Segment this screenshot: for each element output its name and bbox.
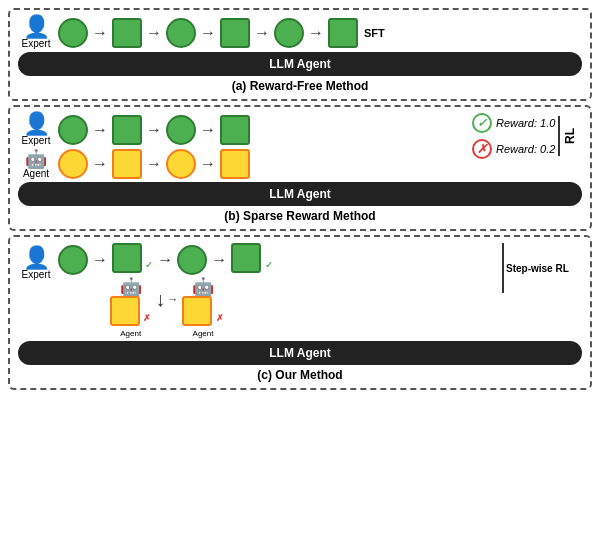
shape-row-b-expert: → → →	[58, 115, 250, 145]
act2-b-exp	[220, 115, 250, 145]
agent-robot-b: 🤖	[25, 150, 47, 168]
x-icon-b: ✗	[472, 139, 492, 159]
expert-person-a: 👤	[23, 16, 50, 38]
x1-c: ✗	[143, 313, 151, 323]
agent-robot-c1: 🤖	[120, 278, 142, 296]
arrow3-b-exp: →	[200, 121, 216, 139]
act1-c-agent	[110, 296, 140, 326]
obs2-a	[166, 18, 196, 48]
expert-label-b: Expert	[22, 135, 51, 146]
llm-bar-a: LLM Agent	[18, 52, 582, 76]
check1-c: ✓	[145, 260, 153, 270]
act1-b-agent	[112, 149, 142, 179]
act1-a	[112, 18, 142, 48]
section-b-title: (b) Sparse Reward Method	[18, 209, 582, 223]
obs2-b-agent	[166, 149, 196, 179]
check-icon-b: ✓	[472, 113, 492, 133]
shape-row-a: → → → → →	[58, 18, 358, 48]
act2-a	[220, 18, 250, 48]
act1-c-exp	[112, 243, 142, 273]
arrow2-a: →	[146, 24, 162, 42]
section-c: 👤 Expert → ✓ → →	[8, 235, 592, 390]
arrow2-b-agent: →	[146, 155, 162, 173]
sft-label: SFT	[364, 27, 385, 39]
bracket-line-c	[502, 243, 504, 293]
obs1-b-exp	[58, 115, 88, 145]
expert-label-a: Expert	[22, 38, 51, 49]
bracket-line-b	[558, 116, 560, 156]
reward-expert-badge: ✓ Reward: 1.0	[472, 113, 555, 133]
agent-label-c2: Agent	[193, 329, 214, 338]
llm-bar-c: LLM Agent	[18, 341, 582, 365]
expert-label-c: Expert	[22, 269, 51, 280]
section-a-title: (a) Reward-Free Method	[18, 79, 582, 93]
arrow1-b-exp: →	[92, 121, 108, 139]
expert-row-c: → ✓ → → ✓	[58, 243, 498, 276]
obs2-b-exp	[166, 115, 196, 145]
agent-robot-c2: 🤖	[192, 278, 214, 296]
check2-c: ✓	[265, 260, 273, 270]
act1-b-exp	[112, 115, 142, 145]
obs1-a	[58, 18, 88, 48]
reward-expert-text: Reward: 1.0	[496, 117, 555, 129]
stepwise-label-c: Step-wise RL	[506, 263, 569, 274]
arrow1-b-agent: →	[92, 155, 108, 173]
reward-agent-badge: ✗ Reward: 0.2	[472, 139, 555, 159]
arrow3-a: →	[200, 24, 216, 42]
agent-label-c1: Agent	[120, 329, 141, 338]
expert-person-c: 👤	[23, 247, 50, 269]
obs3-a	[274, 18, 304, 48]
x2-c: ✗	[216, 313, 224, 323]
reward-agent-text: Reward: 0.2	[496, 143, 555, 155]
rl-label-b: RL	[563, 128, 577, 144]
act2-c-agent	[182, 296, 212, 326]
section-a: 👤 Expert → → → → → SFT	[8, 8, 592, 101]
act3-a	[328, 18, 358, 48]
obs1-c-exp	[58, 245, 88, 275]
shape-row-b-agent: → → →	[58, 149, 250, 179]
act2-c-exp	[231, 243, 261, 273]
arrow5-a: →	[308, 24, 324, 42]
arrow3-b-agent: →	[200, 155, 216, 173]
agent-label-b: Agent	[23, 168, 49, 179]
llm-bar-b: LLM Agent	[18, 182, 582, 206]
obs2-c-exp	[177, 245, 207, 275]
arrow1-a: →	[92, 24, 108, 42]
arrow2-b-exp: →	[146, 121, 162, 139]
act2-b-agent	[220, 149, 250, 179]
agent-row-c: 🤖 ✗ Agent ↓ → 🤖	[58, 278, 498, 338]
section-c-title: (c) Our Method	[18, 368, 582, 382]
section-b: 👤 Expert → → →	[8, 105, 592, 231]
arrow4-a: →	[254, 24, 270, 42]
obs1-b-agent	[58, 149, 88, 179]
expert-person-b: 👤	[23, 113, 50, 135]
